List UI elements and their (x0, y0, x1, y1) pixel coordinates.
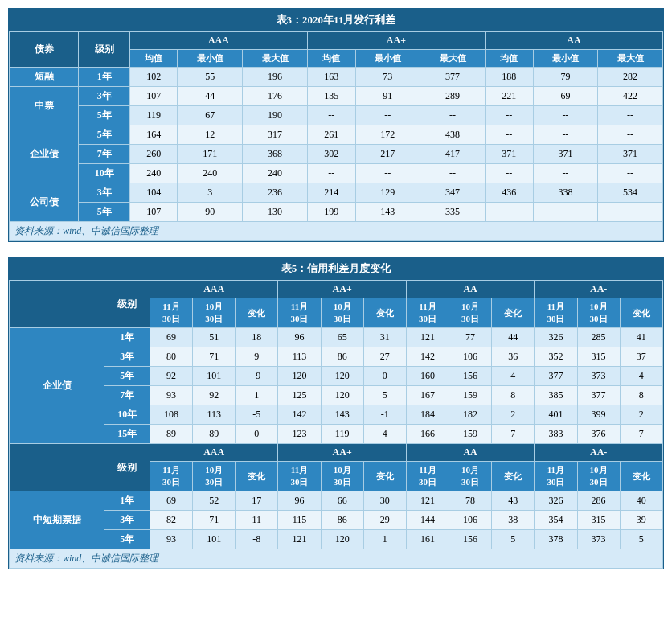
th-empty1 (10, 444, 104, 491)
table2-cell: 377 (577, 386, 620, 405)
table2-cell: 89 (193, 425, 236, 444)
th-date: 11月 30日 (406, 462, 449, 491)
table1-group-cell: 中票 (10, 87, 79, 125)
table2-cell: 399 (577, 405, 620, 425)
th-rating: AA+ (278, 281, 406, 298)
table1-body: 短融1年102551961637337718879282中票3年10744176… (10, 68, 663, 222)
table1-row: 7年260171368302217417371371371 (10, 145, 663, 164)
table2-group-header-row: 级别AAAAA+AAAA- (10, 281, 663, 298)
table1-cell: 172 (355, 125, 420, 145)
table2-cell: 5 (492, 530, 535, 549)
table1-cell: 261 (307, 125, 355, 145)
th-rating: AAA (150, 444, 277, 462)
table1-aaa-mean: 均值 (129, 50, 178, 68)
table2-row: 5年93101-8121120116115653783735 (10, 530, 663, 549)
table2-row: 中短期票据1年695217966630121784332628640 (10, 491, 663, 511)
table1-cell: 3年 (79, 183, 129, 203)
table1-cell: 335 (420, 203, 486, 222)
table2-cell: 182 (449, 405, 492, 425)
table1-row: 中票3年107441761359128922169422 (10, 87, 663, 106)
table1-cell: 282 (598, 68, 663, 87)
table1-cell: 5年 (79, 106, 129, 125)
table2-cell: 125 (278, 386, 321, 405)
th-rating: AA (406, 281, 534, 298)
table1-cell: -- (355, 106, 420, 125)
table2-row: 企业债1年695118966531121774432628541 (10, 328, 663, 347)
table2-cell: 121 (278, 530, 321, 549)
table2-cell: 315 (577, 347, 620, 367)
table2-cell: 156 (449, 530, 492, 549)
table1-cell: 1年 (79, 68, 129, 87)
table2-cell: 8 (492, 386, 535, 405)
table2-cell: 119 (321, 425, 363, 444)
table2-cell: 5年 (104, 367, 150, 386)
th-date: 10月 30日 (321, 462, 363, 491)
table1-aa-mean: 均值 (485, 50, 533, 68)
table2-cell: 92 (150, 367, 192, 386)
table2-cell: 123 (278, 425, 321, 444)
table1-cell: -- (355, 164, 420, 183)
table1-cell: 104 (129, 183, 178, 203)
th-date: 变化 (236, 462, 278, 491)
table2-cell: 4 (363, 425, 406, 444)
table2-cell: 80 (150, 347, 192, 367)
table2-cell: 142 (406, 347, 449, 367)
th-date: 11月 30日 (278, 462, 321, 491)
table2-cell: 106 (449, 347, 492, 367)
table1-cell: -- (485, 125, 533, 145)
table1-cell: 44 (178, 87, 243, 106)
table1-cell: 417 (420, 145, 486, 164)
table1-cell: 7年 (79, 145, 129, 164)
table1-source-row: 资料来源：wind、中诚信国际整理 (10, 222, 663, 241)
table2-cell: 352 (535, 347, 577, 367)
table2-source: 资料来源：wind、中诚信国际整理 (10, 549, 663, 569)
table2-cell: 3年 (104, 511, 150, 530)
table1-cell: -- (598, 125, 663, 145)
table1-cell: -- (485, 203, 533, 222)
table2-cell: 5 (620, 530, 662, 549)
table1-cell: 302 (307, 145, 355, 164)
table1-row: 公司债3年1043236214129347436338534 (10, 183, 663, 203)
table2-group-header-row: 级别AAAAA+AAAA- (10, 444, 663, 462)
th-date: 10月 30日 (577, 298, 620, 328)
table1-cell: 289 (420, 87, 486, 106)
table2-cell: 51 (193, 328, 236, 347)
table2-cell: 101 (193, 367, 236, 386)
table1-row: 5年10790130199143335------ (10, 203, 663, 222)
table2-cell: 0 (236, 425, 278, 444)
table1-cell: 102 (129, 68, 178, 87)
th-date: 11月 30日 (150, 462, 192, 491)
table1-cell: 377 (420, 68, 486, 87)
table1-cell: 347 (420, 183, 486, 203)
table2-cell: 1 (363, 530, 406, 549)
table1-cell: 240 (129, 164, 178, 183)
table2: 级别AAAAA+AAAA-11月 30日10月 30日变化11月 30日10月 … (9, 280, 663, 569)
table2-cell: 108 (150, 405, 192, 425)
table1-cell: 534 (598, 183, 663, 203)
table1-cell: -- (420, 164, 486, 183)
th-date: 变化 (620, 462, 662, 491)
table1-cell: 436 (485, 183, 533, 203)
table2-cell: 1 (236, 386, 278, 405)
table1-cell: -- (533, 164, 598, 183)
table1-aa-min: 最小值 (533, 50, 598, 68)
table1-aaap-max: 最大值 (420, 50, 486, 68)
table2-cell: 86 (321, 347, 363, 367)
table2-cell: 385 (535, 386, 577, 405)
table2-cell: 31 (363, 328, 406, 347)
table2-cell: 5年 (104, 530, 150, 549)
table2-cell: 2 (492, 405, 535, 425)
table1-cell: 5年 (79, 125, 129, 145)
table1-header-row: 债券 级别 AAA AA+ AA (10, 32, 663, 50)
table1-cell: 119 (129, 106, 178, 125)
th-date: 变化 (363, 298, 406, 328)
table2-cell: -1 (363, 405, 406, 425)
table2-row: 10年108113-5142143-118418224013992 (10, 405, 663, 425)
table2-cell: 27 (363, 347, 406, 367)
table1-cell: -- (485, 164, 533, 183)
table1-aa-header: AA (485, 32, 662, 50)
table2-row: 3年8071911386271421063635231537 (10, 347, 663, 367)
table1-aaap-mean: 均值 (307, 50, 355, 68)
table2-cell: 101 (193, 530, 236, 549)
table1-row: 企业债5年16412317261172438------ (10, 125, 663, 145)
